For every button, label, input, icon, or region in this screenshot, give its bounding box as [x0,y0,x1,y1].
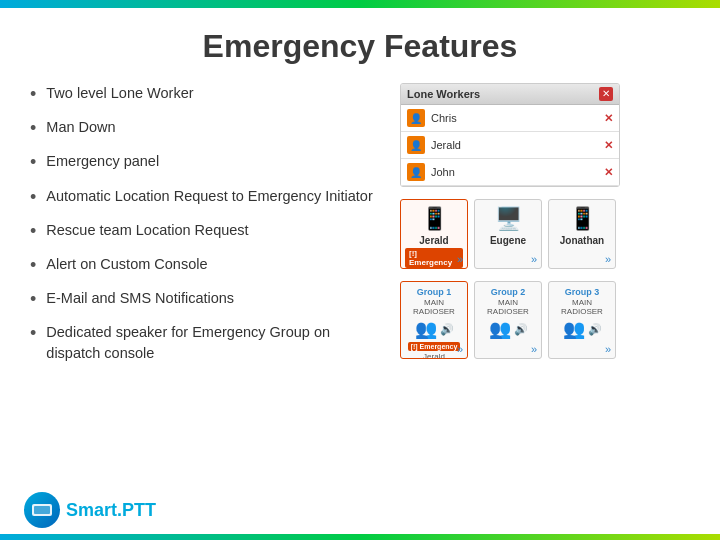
lone-worker-row-2: 👤 John ✕ [401,159,619,186]
group-volume-icon-0: 🔊 [440,323,454,336]
logo-icon [24,492,60,528]
bottom-gradient-bar [0,534,720,540]
group-tile-0[interactable]: Group 1 MAIN RADIOSER 👥 🔊 [!] Emergency … [400,281,468,359]
logo-smart: Smart [66,500,117,520]
group-sub-0: MAIN RADIOSER [404,298,464,316]
feature-list: Two level Lone Worker Man Down Emergency… [30,83,380,373]
list-item: Emergency panel [30,151,380,175]
dispatch-panel: Lone Workers ✕ 👤 Chris ✕ 👤 Jerald ✕ 👤 Jo… [400,83,690,373]
group-name-0: Group 1 [417,287,452,297]
lone-workers-title: Lone Workers [407,88,480,100]
lone-worker-icon-1: 👤 [407,136,425,154]
group-volume-icon-2: 🔊 [588,323,602,336]
lone-worker-name-0: Chris [431,112,598,124]
group-icon-row-1: 👥 🔊 [489,318,528,340]
tile-name-1: Eugene [490,235,526,246]
lone-workers-window: Lone Workers ✕ 👤 Chris ✕ 👤 Jerald ✕ 👤 Jo… [400,83,620,187]
logo-area: Smart.PTT [24,492,156,528]
tile-name-2: Jonathan [560,235,604,246]
content-area: Two level Lone Worker Man Down Emergency… [0,83,720,373]
group-people-icon-2: 👥 [563,318,585,340]
lone-worker-remove-0[interactable]: ✕ [604,112,613,125]
dispatch-tiles-row2: Group 1 MAIN RADIOSER 👥 🔊 [!] Emergency … [400,281,690,359]
group-user-0: Jerald [423,352,445,359]
group-volume-icon-1: 🔊 [514,323,528,336]
phone-icon-1: 🖥️ [495,206,522,232]
group-people-icon-0: 👥 [415,318,437,340]
lone-worker-remove-2[interactable]: ✕ [604,166,613,179]
lone-worker-row-0: 👤 Chris ✕ [401,105,619,132]
list-item: Dedicated speaker for Emergency Group on… [30,322,380,363]
dispatch-tile-0[interactable]: 📱 Jerald [!] Emergency » [400,199,468,269]
emergency-badge-0: [!] Emergency [405,248,463,268]
svg-rect-1 [34,506,50,514]
group-tile-2[interactable]: Group 3 MAIN RADIOSER 👥 🔊 » [548,281,616,359]
list-item: Rescue team Location Request [30,220,380,244]
lone-workers-titlebar: Lone Workers ✕ [401,84,619,105]
group-arrows-1: » [531,343,537,355]
list-item: E-Mail and SMS Notifications [30,288,380,312]
lone-worker-name-2: John [431,166,598,178]
group-emergency-badge-0: [!] Emergency [408,342,461,351]
phone-icon-2: 📱 [569,206,596,232]
group-tile-1[interactable]: Group 2 MAIN RADIOSER 👥 🔊 » [474,281,542,359]
lone-worker-icon-0: 👤 [407,109,425,127]
list-item: Two level Lone Worker [30,83,380,107]
dispatch-tile-2[interactable]: 📱 Jonathan » [548,199,616,269]
top-gradient-bar [0,0,720,8]
tile-arrows-1: » [531,253,537,265]
group-people-icon-1: 👥 [489,318,511,340]
group-arrows-2: » [605,343,611,355]
logo-text: Smart.PTT [66,500,156,521]
group-icon-row-0: 👥 🔊 [415,318,454,340]
tile-name-0: Jerald [419,235,448,246]
list-item: Automatic Location Request to Emergency … [30,186,380,210]
lone-worker-remove-1[interactable]: ✕ [604,139,613,152]
lone-worker-name-1: Jerald [431,139,598,151]
phone-icon-0: 📱 [421,206,448,232]
tile-arrows-0: » [457,253,463,265]
group-name-1: Group 2 [491,287,526,297]
lone-worker-row-1: 👤 Jerald ✕ [401,132,619,159]
page-title: Emergency Features [0,20,720,65]
group-sub-2: MAIN RADIOSER [552,298,612,316]
dispatch-tiles-row1: 📱 Jerald [!] Emergency » 🖥️ Eugene » 📱 J… [400,199,690,269]
tile-arrows-2: » [605,253,611,265]
group-sub-1: MAIN RADIOSER [478,298,538,316]
lone-worker-icon-2: 👤 [407,163,425,181]
group-name-2: Group 3 [565,287,600,297]
dispatch-tile-1[interactable]: 🖥️ Eugene » [474,199,542,269]
list-item: Alert on Custom Console [30,254,380,278]
group-arrows-0: » [457,343,463,355]
list-item: Man Down [30,117,380,141]
group-icon-row-2: 👥 🔊 [563,318,602,340]
lone-workers-close-button[interactable]: ✕ [599,87,613,101]
logo-ptt: .PTT [117,500,156,520]
